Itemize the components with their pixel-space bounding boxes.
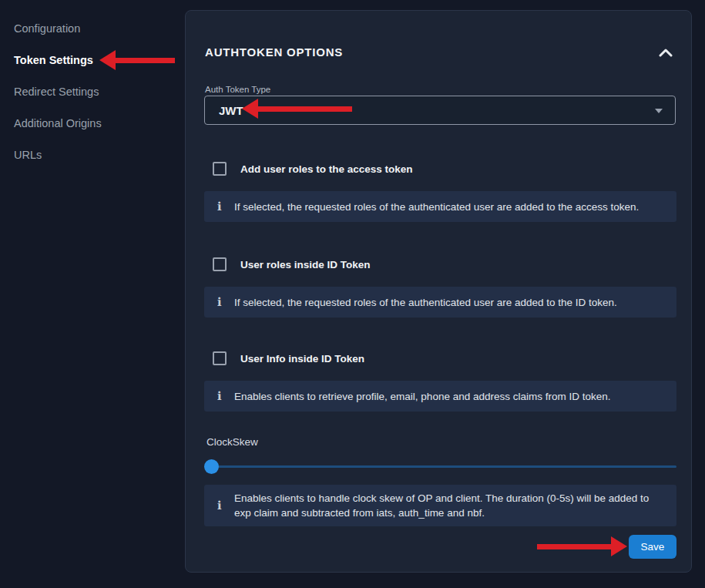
checkbox-user-roles-id-token[interactable] bbox=[213, 257, 227, 271]
arrow-bar bbox=[258, 106, 352, 112]
info-box-user-info-id-token: ℹ Enables clients to retrieve profile, e… bbox=[204, 381, 676, 412]
sidebar: Configuration Token Settings Redirect Se… bbox=[0, 0, 185, 588]
sidebar-item-token-settings[interactable]: Token Settings bbox=[14, 54, 93, 66]
option-row-id-token-roles: User roles inside ID Token bbox=[213, 257, 371, 271]
save-button[interactable]: Save bbox=[629, 535, 676, 559]
sidebar-item-redirect-settings[interactable]: Redirect Settings bbox=[14, 86, 99, 98]
slider-track bbox=[204, 465, 676, 468]
checkbox-label: User Info inside ID Token bbox=[240, 353, 364, 365]
authtoken-options-panel: AUTHTOKEN OPTIONS Auth Token Type JWT Ad… bbox=[185, 10, 692, 573]
info-icon: ℹ bbox=[217, 201, 234, 213]
info-text: If selected, the requested roles of the … bbox=[234, 295, 617, 310]
option-row-user-info-id-token: User Info inside ID Token bbox=[213, 351, 364, 365]
panel-title: AUTHTOKEN OPTIONS bbox=[205, 45, 343, 59]
chevron-up-icon[interactable] bbox=[659, 46, 673, 55]
info-text: Enables clients to retrieve profile, ema… bbox=[234, 389, 611, 404]
arrow-head bbox=[611, 536, 627, 556]
chevron-down-icon bbox=[655, 109, 663, 113]
slider-thumb[interactable] bbox=[204, 459, 219, 474]
arrow-head bbox=[99, 50, 116, 70]
clockskew-label: ClockSkew bbox=[206, 436, 258, 448]
arrow-bar bbox=[116, 58, 175, 63]
sidebar-item-urls[interactable]: URLs bbox=[14, 149, 42, 161]
info-text: Enables clients to handle clock skew of … bbox=[234, 491, 666, 520]
checkbox-label: Add user roles to the access token bbox=[240, 163, 413, 175]
sidebar-item-additional-origins[interactable]: Additional Origins bbox=[14, 117, 102, 129]
info-box-id-token-roles: ℹ If selected, the requested roles of th… bbox=[204, 287, 676, 318]
info-text: If selected, the requested roles of the … bbox=[234, 200, 639, 214]
arrow-bar bbox=[537, 544, 611, 549]
info-box-clockskew: ℹ Enables clients to handle clock skew o… bbox=[204, 485, 676, 526]
info-icon: ℹ bbox=[217, 297, 234, 308]
option-row-access-token-roles: Add user roles to the access token bbox=[213, 162, 413, 176]
sidebar-item-configuration[interactable]: Configuration bbox=[14, 22, 80, 35]
auth-token-type-value: JWT bbox=[219, 104, 243, 117]
auth-token-type-label: Auth Token Type bbox=[205, 85, 270, 94]
clockskew-slider[interactable] bbox=[204, 459, 676, 474]
arrow-head bbox=[242, 99, 258, 119]
info-icon: ℹ bbox=[217, 500, 234, 512]
checkbox-user-info-id-token[interactable] bbox=[213, 351, 227, 365]
checkbox-label: User roles inside ID Token bbox=[240, 259, 371, 270]
annotation-arrow-jwt bbox=[242, 99, 352, 119]
annotation-arrow-save bbox=[537, 536, 627, 556]
checkbox-add-user-roles-access-token[interactable] bbox=[213, 162, 227, 176]
info-icon: ℹ bbox=[217, 391, 234, 402]
annotation-arrow-token-settings bbox=[99, 50, 175, 70]
info-box-access-token-roles: ℹ If selected, the requested roles of th… bbox=[204, 191, 676, 222]
